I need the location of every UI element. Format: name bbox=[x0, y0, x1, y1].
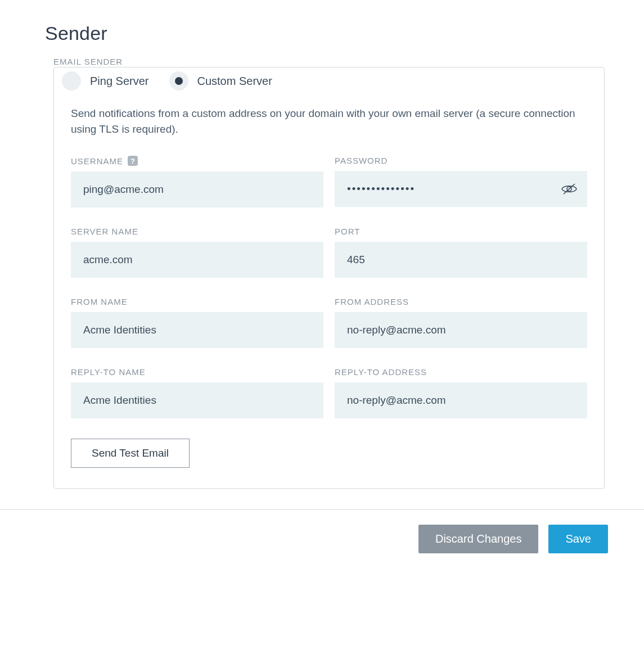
radio-ping-server[interactable]: Ping Server bbox=[62, 71, 149, 91]
password-block: PASSWORD bbox=[335, 156, 587, 208]
save-button[interactable]: Save bbox=[548, 525, 608, 553]
radio-selected-dot bbox=[175, 77, 183, 85]
eye-off-icon bbox=[561, 183, 578, 195]
username-input[interactable] bbox=[71, 172, 323, 208]
port-label: PORT bbox=[335, 227, 360, 236]
reply-to-name-input[interactable] bbox=[71, 382, 323, 418]
from-name-block: FROM NAME bbox=[71, 297, 323, 348]
server-name-label: SERVER NAME bbox=[71, 227, 138, 236]
send-test-email-button[interactable]: Send Test Email bbox=[71, 439, 190, 468]
radio-custom-label: Custom Server bbox=[197, 75, 272, 88]
port-input[interactable] bbox=[335, 242, 587, 278]
from-address-label: FROM ADDRESS bbox=[335, 297, 409, 306]
server-name-block: SERVER NAME bbox=[71, 227, 323, 278]
from-address-block: FROM ADDRESS bbox=[335, 297, 587, 348]
discard-changes-button[interactable]: Discard Changes bbox=[418, 525, 538, 553]
username-label: USERNAME bbox=[71, 156, 123, 166]
section-description: Send notifications from a custom address… bbox=[71, 106, 587, 137]
reply-to-address-label: REPLY-TO ADDRESS bbox=[335, 367, 427, 377]
password-label: PASSWORD bbox=[335, 156, 388, 165]
toggle-password-visibility-button[interactable] bbox=[559, 179, 579, 199]
footer-actions: Discard Changes Save bbox=[45, 525, 608, 553]
server-name-input[interactable] bbox=[71, 242, 323, 278]
radio-custom-server[interactable]: Custom Server bbox=[169, 71, 272, 91]
help-icon[interactable]: ? bbox=[128, 156, 138, 166]
from-name-label: FROM NAME bbox=[71, 297, 128, 306]
username-block: USERNAME ? bbox=[71, 156, 323, 208]
radio-ping-label: Ping Server bbox=[90, 75, 149, 88]
page-title: Sender bbox=[45, 22, 605, 44]
radio-icon bbox=[62, 71, 81, 91]
reply-to-name-label: REPLY-TO NAME bbox=[71, 367, 146, 377]
divider bbox=[0, 509, 644, 510]
section-label: EMAIL SENDER bbox=[53, 57, 123, 66]
password-input[interactable] bbox=[335, 171, 587, 207]
svg-line-1 bbox=[564, 184, 575, 194]
from-name-input[interactable] bbox=[71, 312, 323, 348]
reply-to-address-block: REPLY-TO ADDRESS bbox=[335, 367, 587, 418]
port-block: PORT bbox=[335, 227, 587, 278]
from-address-input[interactable] bbox=[335, 312, 587, 348]
radio-icon bbox=[169, 71, 188, 91]
email-sender-radio-group: Ping Server Custom Server bbox=[62, 71, 279, 91]
custom-server-fieldset: Send notifications from a custom address… bbox=[53, 67, 605, 489]
reply-to-name-block: REPLY-TO NAME bbox=[71, 367, 323, 418]
reply-to-address-input[interactable] bbox=[335, 382, 587, 418]
